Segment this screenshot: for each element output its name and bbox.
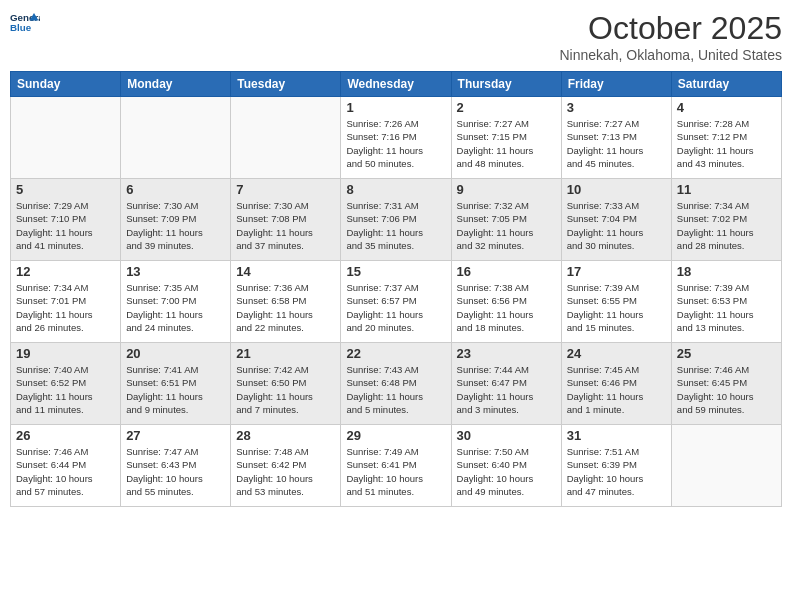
day-info: Sunrise: 7:48 AMSunset: 6:42 PMDaylight:… [236, 445, 335, 498]
calendar-cell [231, 97, 341, 179]
calendar-cell: 17Sunrise: 7:39 AMSunset: 6:55 PMDayligh… [561, 261, 671, 343]
day-number: 21 [236, 346, 335, 361]
day-number: 15 [346, 264, 445, 279]
day-info: Sunrise: 7:44 AMSunset: 6:47 PMDaylight:… [457, 363, 556, 416]
weekday-header-sunday: Sunday [11, 72, 121, 97]
day-number: 12 [16, 264, 115, 279]
day-info: Sunrise: 7:38 AMSunset: 6:56 PMDaylight:… [457, 281, 556, 334]
day-number: 27 [126, 428, 225, 443]
weekday-header-tuesday: Tuesday [231, 72, 341, 97]
day-info: Sunrise: 7:31 AMSunset: 7:06 PMDaylight:… [346, 199, 445, 252]
calendar-cell: 1Sunrise: 7:26 AMSunset: 7:16 PMDaylight… [341, 97, 451, 179]
weekday-header-thursday: Thursday [451, 72, 561, 97]
week-row-1: 1Sunrise: 7:26 AMSunset: 7:16 PMDaylight… [11, 97, 782, 179]
day-info: Sunrise: 7:50 AMSunset: 6:40 PMDaylight:… [457, 445, 556, 498]
calendar-cell [671, 425, 781, 507]
day-info: Sunrise: 7:49 AMSunset: 6:41 PMDaylight:… [346, 445, 445, 498]
week-row-3: 12Sunrise: 7:34 AMSunset: 7:01 PMDayligh… [11, 261, 782, 343]
day-info: Sunrise: 7:51 AMSunset: 6:39 PMDaylight:… [567, 445, 666, 498]
day-info: Sunrise: 7:40 AMSunset: 6:52 PMDaylight:… [16, 363, 115, 416]
day-number: 20 [126, 346, 225, 361]
day-number: 18 [677, 264, 776, 279]
calendar-cell: 12Sunrise: 7:34 AMSunset: 7:01 PMDayligh… [11, 261, 121, 343]
day-info: Sunrise: 7:46 AMSunset: 6:44 PMDaylight:… [16, 445, 115, 498]
title-block: October 2025 Ninnekah, Oklahoma, United … [559, 10, 782, 63]
day-number: 17 [567, 264, 666, 279]
calendar-cell [121, 97, 231, 179]
day-info: Sunrise: 7:32 AMSunset: 7:05 PMDaylight:… [457, 199, 556, 252]
day-number: 25 [677, 346, 776, 361]
calendar-cell: 13Sunrise: 7:35 AMSunset: 7:00 PMDayligh… [121, 261, 231, 343]
day-number: 7 [236, 182, 335, 197]
day-info: Sunrise: 7:39 AMSunset: 6:55 PMDaylight:… [567, 281, 666, 334]
calendar-cell: 8Sunrise: 7:31 AMSunset: 7:06 PMDaylight… [341, 179, 451, 261]
calendar: SundayMondayTuesdayWednesdayThursdayFrid… [10, 71, 782, 507]
day-info: Sunrise: 7:35 AMSunset: 7:00 PMDaylight:… [126, 281, 225, 334]
day-info: Sunrise: 7:43 AMSunset: 6:48 PMDaylight:… [346, 363, 445, 416]
day-info: Sunrise: 7:30 AMSunset: 7:09 PMDaylight:… [126, 199, 225, 252]
day-info: Sunrise: 7:33 AMSunset: 7:04 PMDaylight:… [567, 199, 666, 252]
day-info: Sunrise: 7:27 AMSunset: 7:13 PMDaylight:… [567, 117, 666, 170]
day-info: Sunrise: 7:28 AMSunset: 7:12 PMDaylight:… [677, 117, 776, 170]
calendar-cell: 21Sunrise: 7:42 AMSunset: 6:50 PMDayligh… [231, 343, 341, 425]
calendar-cell: 19Sunrise: 7:40 AMSunset: 6:52 PMDayligh… [11, 343, 121, 425]
day-info: Sunrise: 7:26 AMSunset: 7:16 PMDaylight:… [346, 117, 445, 170]
day-info: Sunrise: 7:34 AMSunset: 7:02 PMDaylight:… [677, 199, 776, 252]
weekday-header-wednesday: Wednesday [341, 72, 451, 97]
day-number: 9 [457, 182, 556, 197]
day-number: 28 [236, 428, 335, 443]
calendar-cell: 20Sunrise: 7:41 AMSunset: 6:51 PMDayligh… [121, 343, 231, 425]
day-number: 16 [457, 264, 556, 279]
calendar-cell: 2Sunrise: 7:27 AMSunset: 7:15 PMDaylight… [451, 97, 561, 179]
calendar-cell: 27Sunrise: 7:47 AMSunset: 6:43 PMDayligh… [121, 425, 231, 507]
day-info: Sunrise: 7:41 AMSunset: 6:51 PMDaylight:… [126, 363, 225, 416]
day-number: 2 [457, 100, 556, 115]
day-number: 1 [346, 100, 445, 115]
day-number: 10 [567, 182, 666, 197]
day-info: Sunrise: 7:42 AMSunset: 6:50 PMDaylight:… [236, 363, 335, 416]
day-number: 8 [346, 182, 445, 197]
weekday-header-friday: Friday [561, 72, 671, 97]
weekday-header-saturday: Saturday [671, 72, 781, 97]
calendar-cell: 7Sunrise: 7:30 AMSunset: 7:08 PMDaylight… [231, 179, 341, 261]
day-number: 4 [677, 100, 776, 115]
month-title: October 2025 [559, 10, 782, 47]
svg-text:Blue: Blue [10, 22, 32, 33]
day-info: Sunrise: 7:46 AMSunset: 6:45 PMDaylight:… [677, 363, 776, 416]
calendar-cell: 10Sunrise: 7:33 AMSunset: 7:04 PMDayligh… [561, 179, 671, 261]
day-number: 26 [16, 428, 115, 443]
day-info: Sunrise: 7:47 AMSunset: 6:43 PMDaylight:… [126, 445, 225, 498]
day-info: Sunrise: 7:36 AMSunset: 6:58 PMDaylight:… [236, 281, 335, 334]
day-number: 3 [567, 100, 666, 115]
calendar-cell: 28Sunrise: 7:48 AMSunset: 6:42 PMDayligh… [231, 425, 341, 507]
day-number: 23 [457, 346, 556, 361]
calendar-cell: 14Sunrise: 7:36 AMSunset: 6:58 PMDayligh… [231, 261, 341, 343]
day-info: Sunrise: 7:27 AMSunset: 7:15 PMDaylight:… [457, 117, 556, 170]
day-number: 5 [16, 182, 115, 197]
header: General Blue October 2025 Ninnekah, Okla… [10, 10, 782, 63]
calendar-cell [11, 97, 121, 179]
day-number: 30 [457, 428, 556, 443]
day-info: Sunrise: 7:45 AMSunset: 6:46 PMDaylight:… [567, 363, 666, 416]
calendar-cell: 6Sunrise: 7:30 AMSunset: 7:09 PMDaylight… [121, 179, 231, 261]
calendar-cell: 30Sunrise: 7:50 AMSunset: 6:40 PMDayligh… [451, 425, 561, 507]
logo-icon: General Blue [10, 10, 40, 34]
calendar-cell: 3Sunrise: 7:27 AMSunset: 7:13 PMDaylight… [561, 97, 671, 179]
day-number: 31 [567, 428, 666, 443]
calendar-cell: 31Sunrise: 7:51 AMSunset: 6:39 PMDayligh… [561, 425, 671, 507]
day-number: 14 [236, 264, 335, 279]
day-number: 11 [677, 182, 776, 197]
calendar-cell: 15Sunrise: 7:37 AMSunset: 6:57 PMDayligh… [341, 261, 451, 343]
day-number: 13 [126, 264, 225, 279]
calendar-cell: 16Sunrise: 7:38 AMSunset: 6:56 PMDayligh… [451, 261, 561, 343]
calendar-cell: 18Sunrise: 7:39 AMSunset: 6:53 PMDayligh… [671, 261, 781, 343]
calendar-cell: 22Sunrise: 7:43 AMSunset: 6:48 PMDayligh… [341, 343, 451, 425]
day-number: 6 [126, 182, 225, 197]
calendar-cell: 26Sunrise: 7:46 AMSunset: 6:44 PMDayligh… [11, 425, 121, 507]
logo: General Blue [10, 10, 40, 34]
calendar-cell: 23Sunrise: 7:44 AMSunset: 6:47 PMDayligh… [451, 343, 561, 425]
calendar-cell: 29Sunrise: 7:49 AMSunset: 6:41 PMDayligh… [341, 425, 451, 507]
day-info: Sunrise: 7:37 AMSunset: 6:57 PMDaylight:… [346, 281, 445, 334]
day-number: 29 [346, 428, 445, 443]
week-row-2: 5Sunrise: 7:29 AMSunset: 7:10 PMDaylight… [11, 179, 782, 261]
